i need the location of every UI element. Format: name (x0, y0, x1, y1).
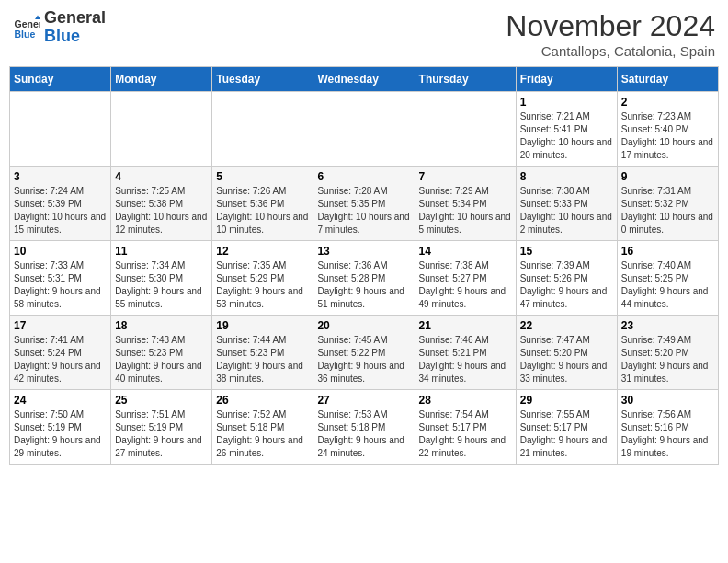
day-info: Sunrise: 7:34 AM Sunset: 5:30 PM Dayligh… (115, 259, 208, 311)
day-number: 1 (520, 96, 613, 109)
day-info: Sunrise: 7:29 AM Sunset: 5:34 PM Dayligh… (419, 185, 512, 236)
calendar-cell (10, 92, 111, 167)
day-number: 7 (419, 170, 512, 183)
day-number: 2 (621, 96, 714, 109)
day-number: 19 (216, 319, 309, 332)
day-number: 12 (216, 245, 309, 258)
day-info: Sunrise: 7:52 AM Sunset: 5:18 PM Dayligh… (216, 408, 309, 460)
day-number: 14 (419, 245, 512, 258)
day-header-wednesday: Wednesday (313, 67, 415, 92)
svg-marker-2 (35, 15, 40, 19)
calendar-cell: 24Sunrise: 7:50 AM Sunset: 5:19 PM Dayli… (10, 390, 111, 465)
day-number: 24 (14, 394, 107, 407)
day-info: Sunrise: 7:23 AM Sunset: 5:40 PM Dayligh… (621, 110, 714, 162)
day-info: Sunrise: 7:25 AM Sunset: 5:38 PM Dayligh… (115, 185, 208, 236)
day-number: 30 (621, 394, 714, 407)
calendar-cell: 27Sunrise: 7:53 AM Sunset: 5:18 PM Dayli… (313, 390, 415, 465)
calendar-cell: 21Sunrise: 7:46 AM Sunset: 5:21 PM Dayli… (415, 316, 516, 390)
day-number: 20 (317, 319, 410, 332)
day-number: 17 (14, 319, 107, 332)
day-info: Sunrise: 7:24 AM Sunset: 5:39 PM Dayligh… (14, 185, 107, 236)
calendar-cell: 20Sunrise: 7:45 AM Sunset: 5:22 PM Dayli… (313, 316, 415, 390)
day-info: Sunrise: 7:40 AM Sunset: 5:25 PM Dayligh… (621, 259, 714, 311)
day-info: Sunrise: 7:30 AM Sunset: 5:33 PM Dayligh… (520, 185, 613, 236)
calendar-cell: 1Sunrise: 7:21 AM Sunset: 5:41 PM Daylig… (516, 92, 617, 167)
calendar-week-row: 17Sunrise: 7:41 AM Sunset: 5:24 PM Dayli… (10, 316, 719, 390)
calendar-cell: 30Sunrise: 7:56 AM Sunset: 5:16 PM Dayli… (617, 390, 718, 465)
day-number: 4 (115, 170, 208, 183)
day-info: Sunrise: 7:41 AM Sunset: 5:24 PM Dayligh… (14, 334, 107, 385)
calendar-header-row: SundayMondayTuesdayWednesdayThursdayFrid… (10, 67, 719, 92)
calendar-cell: 7Sunrise: 7:29 AM Sunset: 5:34 PM Daylig… (415, 167, 516, 241)
calendar-cell: 18Sunrise: 7:43 AM Sunset: 5:23 PM Dayli… (111, 316, 212, 390)
calendar-cell: 15Sunrise: 7:39 AM Sunset: 5:26 PM Dayli… (516, 241, 617, 316)
header: General Blue General Blue November 2024 … (9, 9, 719, 59)
day-info: Sunrise: 7:45 AM Sunset: 5:22 PM Dayligh… (317, 334, 410, 385)
day-number: 15 (520, 245, 613, 258)
day-info: Sunrise: 7:26 AM Sunset: 5:36 PM Dayligh… (216, 185, 309, 236)
day-number: 25 (115, 394, 208, 407)
day-info: Sunrise: 7:28 AM Sunset: 5:35 PM Dayligh… (317, 185, 410, 236)
day-number: 5 (216, 170, 309, 183)
day-number: 3 (14, 170, 107, 183)
calendar-cell: 10Sunrise: 7:33 AM Sunset: 5:31 PM Dayli… (10, 241, 111, 316)
calendar-cell: 3Sunrise: 7:24 AM Sunset: 5:39 PM Daylig… (10, 167, 111, 241)
calendar-cell (111, 92, 212, 167)
day-info: Sunrise: 7:49 AM Sunset: 5:20 PM Dayligh… (621, 334, 714, 385)
day-header-thursday: Thursday (415, 67, 516, 92)
day-info: Sunrise: 7:21 AM Sunset: 5:41 PM Dayligh… (520, 110, 613, 162)
svg-text:Blue: Blue (15, 28, 36, 39)
day-info: Sunrise: 7:54 AM Sunset: 5:17 PM Dayligh… (419, 408, 512, 460)
day-header-saturday: Saturday (617, 67, 718, 92)
calendar-cell: 17Sunrise: 7:41 AM Sunset: 5:24 PM Dayli… (10, 316, 111, 390)
day-info: Sunrise: 7:53 AM Sunset: 5:18 PM Dayligh… (317, 408, 410, 460)
day-header-monday: Monday (111, 67, 212, 92)
day-info: Sunrise: 7:33 AM Sunset: 5:31 PM Dayligh… (14, 259, 107, 311)
calendar-cell: 28Sunrise: 7:54 AM Sunset: 5:17 PM Dayli… (415, 390, 516, 465)
day-number: 28 (419, 394, 512, 407)
calendar-cell: 6Sunrise: 7:28 AM Sunset: 5:35 PM Daylig… (313, 167, 415, 241)
calendar-cell (212, 92, 313, 167)
day-info: Sunrise: 7:38 AM Sunset: 5:27 PM Dayligh… (419, 259, 512, 311)
logo: General Blue General Blue (13, 9, 106, 46)
calendar-week-row: 10Sunrise: 7:33 AM Sunset: 5:31 PM Dayli… (10, 241, 719, 316)
day-number: 9 (621, 170, 714, 183)
day-info: Sunrise: 7:35 AM Sunset: 5:29 PM Dayligh… (216, 259, 309, 311)
day-header-sunday: Sunday (10, 67, 111, 92)
calendar-cell: 26Sunrise: 7:52 AM Sunset: 5:18 PM Dayli… (212, 390, 313, 465)
calendar-cell: 13Sunrise: 7:36 AM Sunset: 5:28 PM Dayli… (313, 241, 415, 316)
calendar-cell (313, 92, 415, 167)
title-area: November 2024 Cantallops, Catalonia, Spa… (506, 9, 715, 59)
day-number: 18 (115, 319, 208, 332)
calendar-cell: 9Sunrise: 7:31 AM Sunset: 5:32 PM Daylig… (617, 167, 718, 241)
calendar-week-row: 3Sunrise: 7:24 AM Sunset: 5:39 PM Daylig… (10, 167, 719, 241)
calendar-cell: 2Sunrise: 7:23 AM Sunset: 5:40 PM Daylig… (617, 92, 718, 167)
calendar-week-row: 1Sunrise: 7:21 AM Sunset: 5:41 PM Daylig… (10, 92, 719, 167)
day-info: Sunrise: 7:50 AM Sunset: 5:19 PM Dayligh… (14, 408, 107, 460)
day-number: 16 (621, 245, 714, 258)
day-number: 6 (317, 170, 410, 183)
day-number: 10 (14, 245, 107, 258)
month-title: November 2024 (506, 9, 715, 43)
day-number: 21 (419, 319, 512, 332)
calendar-cell: 14Sunrise: 7:38 AM Sunset: 5:27 PM Dayli… (415, 241, 516, 316)
day-header-friday: Friday (516, 67, 617, 92)
calendar-cell: 29Sunrise: 7:55 AM Sunset: 5:17 PM Dayli… (516, 390, 617, 465)
day-number: 13 (317, 245, 410, 258)
day-info: Sunrise: 7:31 AM Sunset: 5:32 PM Dayligh… (621, 185, 714, 236)
day-number: 23 (621, 319, 714, 332)
day-info: Sunrise: 7:44 AM Sunset: 5:23 PM Dayligh… (216, 334, 309, 385)
day-number: 26 (216, 394, 309, 407)
calendar-cell (415, 92, 516, 167)
day-number: 22 (520, 319, 613, 332)
day-header-tuesday: Tuesday (212, 67, 313, 92)
calendar-week-row: 24Sunrise: 7:50 AM Sunset: 5:19 PM Dayli… (10, 390, 719, 465)
calendar-cell: 5Sunrise: 7:26 AM Sunset: 5:36 PM Daylig… (212, 167, 313, 241)
day-info: Sunrise: 7:36 AM Sunset: 5:28 PM Dayligh… (317, 259, 410, 311)
day-info: Sunrise: 7:39 AM Sunset: 5:26 PM Dayligh… (520, 259, 613, 311)
logo-line1: General (44, 9, 106, 28)
calendar-cell: 12Sunrise: 7:35 AM Sunset: 5:29 PM Dayli… (212, 241, 313, 316)
day-number: 8 (520, 170, 613, 183)
calendar-cell: 16Sunrise: 7:40 AM Sunset: 5:25 PM Dayli… (617, 241, 718, 316)
day-number: 29 (520, 394, 613, 407)
